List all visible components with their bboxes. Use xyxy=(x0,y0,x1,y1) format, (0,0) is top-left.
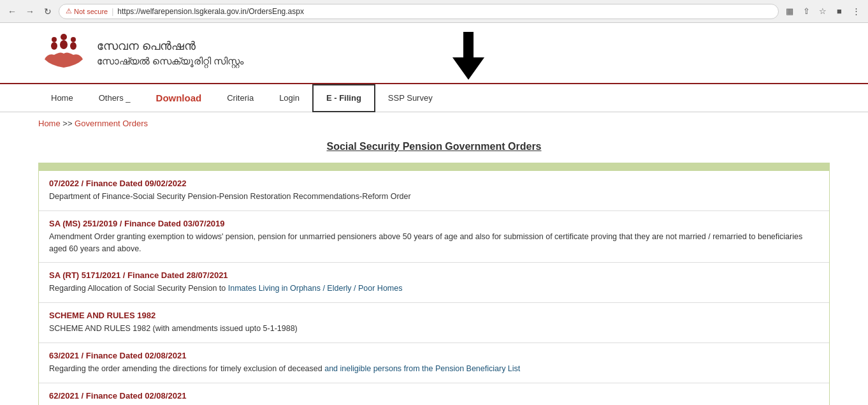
navbar: Home Others _ Download Criteria Login E … xyxy=(0,84,868,112)
order-title: 62/2021 / Finance Dated 02/08/2021 xyxy=(49,391,819,401)
svg-point-3 xyxy=(51,42,57,50)
svg-point-2 xyxy=(52,37,57,42)
order-desc: SCHEME AND RULES 1982 (with amendments i… xyxy=(49,323,819,335)
nav-home[interactable]: Home xyxy=(38,84,86,112)
security-indicator: ⚠ Not secure xyxy=(66,7,108,15)
breadcrumb-home[interactable]: Home xyxy=(38,119,61,128)
nav-ssp-survey[interactable]: SSP Survey xyxy=(375,84,445,112)
arrow-indicator xyxy=(452,32,484,83)
svg-point-4 xyxy=(71,37,76,42)
logo-area: സേവന പെൻഷൻ സോഷ്യൽ സെക്യൂരിറ്റി സിസ്റ്റം xyxy=(38,31,243,75)
arrow-shaft xyxy=(463,32,474,57)
breadcrumb: Home >> Government Orders xyxy=(0,112,868,135)
order-item[interactable]: 07/2022 / Finance Dated 09/02/2022 Depar… xyxy=(39,171,829,211)
navbar-wrapper: Home Others _ Download Criteria Login E … xyxy=(0,84,868,112)
nav-criteria[interactable]: Criteria xyxy=(214,84,266,112)
down-arrow xyxy=(452,32,484,83)
nav-efiling[interactable]: E - Filing xyxy=(312,84,375,112)
order-title: SA (RT) 5171/2021 / Finance Dated 28/07/… xyxy=(49,270,819,280)
order-title: 63/2021 / Finance Dated 02/08/2021 xyxy=(49,351,819,360)
address-bar[interactable]: ⚠ Not secure | https://welfarepension.ls… xyxy=(59,4,779,19)
orders-list: 07/2022 / Finance Dated 09/02/2022 Depar… xyxy=(39,171,829,405)
screenshot-btn[interactable]: ▦ xyxy=(783,4,797,18)
nav-others[interactable]: Others _ xyxy=(86,84,143,112)
svg-point-5 xyxy=(70,42,76,50)
site-title-container: സേവന പെൻഷൻ സോഷ്യൽ സെക്യൂരിറ്റി സിസ്റ്റം xyxy=(97,40,243,67)
share-btn[interactable]: ⇧ xyxy=(799,4,813,18)
site-subtitle-malayalam: സോഷ്യൽ സെക്യൂരിറ്റി സിസ്റ്റം xyxy=(97,55,243,67)
svg-point-0 xyxy=(61,34,67,40)
breadcrumb-separator: >> xyxy=(62,119,75,128)
bookmark-btn[interactable]: ☆ xyxy=(816,4,830,18)
order-title: SCHEME AND RULES 1982 xyxy=(49,311,819,320)
orders-header-bar xyxy=(39,163,829,171)
site-title-malayalam: സേവന പെൻഷൻ xyxy=(97,40,196,52)
order-title: 07/2022 / Finance Dated 09/02/2022 xyxy=(49,179,819,188)
site-header: സേവന പെൻഷൻ സോഷ്യൽ സെക്യൂരിറ്റി സിസ്റ്റം xyxy=(0,23,868,84)
page: സേവന പെൻഷൻ സോഷ്യൽ സെക്യൂരിറ്റി സിസ്റ്റം … xyxy=(0,23,868,405)
order-title: SA (MS) 251/2019 / Finance Dated 03/07/2… xyxy=(49,219,819,228)
order-desc: Department of Finance-Social Security Pe… xyxy=(49,191,819,203)
site-logo xyxy=(38,31,89,75)
order-item[interactable]: SA (RT) 5171/2021 / Finance Dated 28/07/… xyxy=(39,263,829,303)
order-item[interactable]: 63/2021 / Finance Dated 02/08/2021 Regar… xyxy=(39,343,829,383)
warning-icon: ⚠ xyxy=(66,7,72,15)
forward-button[interactable]: → xyxy=(23,4,37,18)
order-item[interactable]: SCHEME AND RULES 1982 SCHEME AND RULES 1… xyxy=(39,303,829,343)
back-button[interactable]: ← xyxy=(5,4,19,18)
nav-login[interactable]: Login xyxy=(266,84,312,112)
nav-download[interactable]: Download xyxy=(143,84,215,112)
order-item[interactable]: SA (MS) 251/2019 / Finance Dated 03/07/2… xyxy=(39,211,829,263)
order-item[interactable]: 62/2021 / Finance Dated 02/08/2021 xyxy=(39,383,829,406)
svg-point-1 xyxy=(60,40,68,49)
order-desc: Regarding Allocation of Social Security … xyxy=(49,283,819,295)
browser-actions: ▦ ⇧ ☆ ■ ⋮ xyxy=(783,4,863,18)
orders-container: 07/2022 / Finance Dated 09/02/2022 Depar… xyxy=(38,163,830,405)
order-desc: Regarding the order amending the directi… xyxy=(49,363,819,375)
page-title: Social Security Pension Government Order… xyxy=(0,141,868,152)
menu-btn[interactable]: ⋮ xyxy=(849,4,863,18)
extensions-btn[interactable]: ■ xyxy=(832,4,846,18)
not-secure-label: Not secure xyxy=(74,8,108,15)
order-desc: Amendment Order granting exemption to wi… xyxy=(49,231,819,255)
arrow-head xyxy=(452,57,484,80)
breadcrumb-current[interactable]: Government Orders xyxy=(75,119,148,128)
browser-bar: ← → ↻ ⚠ Not secure | https://welfarepens… xyxy=(0,0,868,23)
reload-button[interactable]: ↻ xyxy=(41,4,55,18)
url-text: https://welfarepension.lsgkerala.gov.in/… xyxy=(117,7,304,16)
